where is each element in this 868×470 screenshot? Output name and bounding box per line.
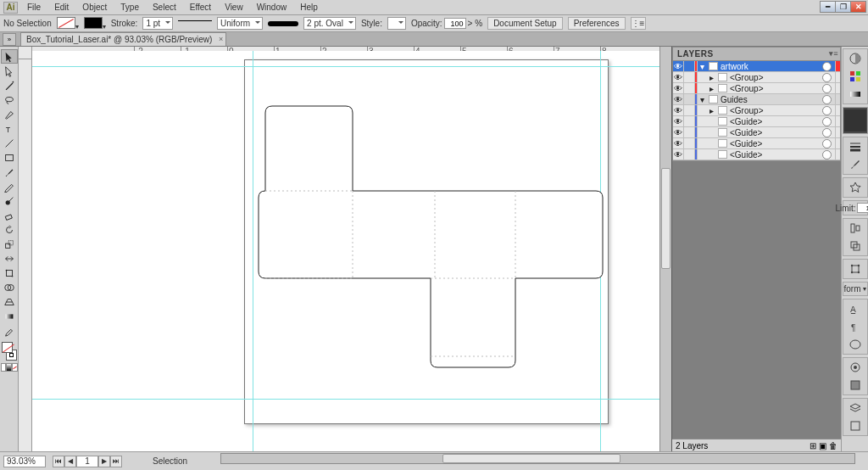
- new-layer-icon[interactable]: ▣: [819, 441, 826, 450]
- paragraph-panel-icon[interactable]: ¶: [846, 319, 865, 334]
- perspective-grid-tool[interactable]: [1, 294, 18, 309]
- graphic-styles-panel-icon[interactable]: [846, 378, 865, 393]
- layer-name[interactable]: <Group>: [729, 84, 822, 93]
- layer-name[interactable]: <Guide>: [729, 150, 822, 159]
- eyedropper-tool[interactable]: [1, 323, 18, 338]
- menu-help[interactable]: Help: [294, 1, 324, 14]
- magic-wand-tool[interactable]: [1, 78, 18, 92]
- free-transform-tool[interactable]: [1, 266, 18, 280]
- layers-panel-tab[interactable]: LAYERS ▾≡: [673, 48, 840, 61]
- menu-select[interactable]: Select: [147, 1, 182, 14]
- menu-edit[interactable]: Edit: [48, 1, 75, 14]
- layer-row-artwork[interactable]: 👁 ▾ artwork: [673, 61, 840, 72]
- appearance-panel-icon[interactable]: [846, 360, 865, 375]
- tab-scroll-button[interactable]: »: [3, 33, 16, 46]
- lock-slot[interactable]: [684, 61, 695, 71]
- align-panel-icon[interactable]: [846, 221, 865, 236]
- close-icon[interactable]: ×: [219, 35, 223, 43]
- rotate-tool[interactable]: [1, 222, 18, 237]
- panel-menu-icon[interactable]: ▾≡: [829, 49, 838, 58]
- paintbrush-tool[interactable]: [1, 165, 18, 179]
- guide-horizontal[interactable]: [32, 399, 671, 400]
- ruler-origin[interactable]: [19, 47, 32, 59]
- style-combo[interactable]: [387, 17, 406, 30]
- layer-name[interactable]: <Guide>: [729, 117, 822, 126]
- layer-name[interactable]: <Guide>: [729, 128, 822, 137]
- pager-prev-button[interactable]: ◀: [64, 456, 76, 467]
- color-mode-buttons[interactable]: [1, 363, 18, 372]
- window-maximize-button[interactable]: ❐: [835, 1, 851, 13]
- layer-name[interactable]: <Guide>: [729, 139, 822, 148]
- disclosure-icon[interactable]: ▾: [698, 95, 707, 104]
- scale-tool[interactable]: [1, 237, 18, 251]
- vertical-scrollbar[interactable]: [659, 47, 671, 451]
- brush-combo[interactable]: 2 pt. Oval: [303, 17, 356, 30]
- layer-row[interactable]: 👁 <Guide>: [673, 127, 840, 138]
- gradient-tool[interactable]: [1, 309, 18, 323]
- menu-view[interactable]: View: [219, 1, 249, 14]
- options-overflow-button[interactable]: ⋮≡: [631, 17, 646, 30]
- visibility-icon[interactable]: 👁: [673, 72, 684, 82]
- symbols-panel-icon[interactable]: [846, 180, 865, 195]
- gradient-panel-icon[interactable]: [846, 87, 865, 102]
- box-net-shape[interactable]: [257, 106, 604, 379]
- layer-name[interactable]: <Group>: [729, 73, 822, 82]
- pager-next-button[interactable]: ▶: [98, 456, 110, 467]
- target-icon[interactable]: [822, 62, 832, 71]
- menu-object[interactable]: Object: [76, 1, 113, 14]
- menu-window[interactable]: Window: [251, 1, 293, 14]
- opacity-input[interactable]: [444, 18, 466, 29]
- color-panel-icon[interactable]: [846, 51, 865, 66]
- miter-limit-field[interactable]: Limit:: [843, 200, 868, 215]
- pager-first-button[interactable]: ⏮: [53, 456, 64, 467]
- stroke-panel-icon[interactable]: [846, 139, 865, 154]
- disclosure-icon[interactable]: ▾: [698, 62, 707, 71]
- brushes-panel-icon[interactable]: [846, 157, 865, 172]
- pager-last-button[interactable]: ⏭: [110, 456, 122, 467]
- color-preview[interactable]: [844, 109, 866, 131]
- target-icon[interactable]: [822, 95, 832, 104]
- visibility-icon[interactable]: 👁: [673, 83, 684, 93]
- type-tool[interactable]: T: [1, 121, 18, 136]
- preferences-button[interactable]: Preferences: [568, 17, 626, 30]
- window-close-button[interactable]: ✕: [850, 1, 866, 13]
- layers-panel-icon[interactable]: [846, 400, 865, 416]
- layer-row-guides[interactable]: 👁 ▾ Guides: [673, 94, 840, 105]
- character-panel-icon[interactable]: A̲: [846, 301, 865, 316]
- horizontal-scrollbar[interactable]: [220, 453, 855, 464]
- stroke-weight-combo[interactable]: 1 pt: [142, 17, 173, 30]
- fill-color-box[interactable]: [2, 342, 13, 353]
- menu-file[interactable]: File: [21, 1, 47, 14]
- layer-row[interactable]: 👁 <Guide>: [673, 116, 840, 127]
- swatches-panel-icon[interactable]: [846, 69, 865, 84]
- visibility-icon[interactable]: 👁: [673, 61, 684, 71]
- target-icon[interactable]: [822, 73, 832, 82]
- layer-row[interactable]: 👁 <Guide>: [673, 149, 840, 160]
- eraser-tool[interactable]: [1, 208, 18, 222]
- visibility-icon[interactable]: 👁: [673, 94, 684, 104]
- menu-type[interactable]: Type: [114, 1, 145, 14]
- pen-tool[interactable]: [1, 107, 18, 121]
- layer-row[interactable]: 👁 ▸ <Group>: [673, 105, 840, 116]
- color-mode-none[interactable]: [12, 363, 18, 372]
- delete-layer-icon[interactable]: 🗑: [829, 441, 837, 450]
- selection-tool[interactable]: [1, 49, 18, 64]
- new-sublayer-icon[interactable]: ⊞: [810, 441, 816, 450]
- layer-name[interactable]: Guides: [720, 95, 822, 104]
- artboards-panel-icon[interactable]: [846, 418, 865, 434]
- layer-name[interactable]: artwork: [720, 62, 822, 71]
- vertical-ruler[interactable]: [19, 59, 32, 451]
- layer-row[interactable]: 👁 <Guide>: [673, 138, 840, 149]
- width-tool[interactable]: [1, 251, 18, 266]
- transform-panel-icon[interactable]: [846, 261, 865, 277]
- canvas-stage[interactable]: [32, 59, 671, 451]
- zoom-field[interactable]: 93.03%: [3, 456, 46, 467]
- direct-selection-tool[interactable]: [1, 64, 18, 78]
- shape-builder-tool[interactable]: [1, 280, 18, 294]
- guide-horizontal[interactable]: [32, 66, 671, 67]
- line-tool[interactable]: [1, 136, 18, 150]
- opentype-panel-icon[interactable]: [846, 337, 865, 352]
- document-setup-button[interactable]: Document Setup: [487, 17, 563, 30]
- stroke-profile-combo[interactable]: Uniform: [217, 17, 263, 30]
- layer-row[interactable]: 👁 ▸ <Group>: [673, 72, 840, 83]
